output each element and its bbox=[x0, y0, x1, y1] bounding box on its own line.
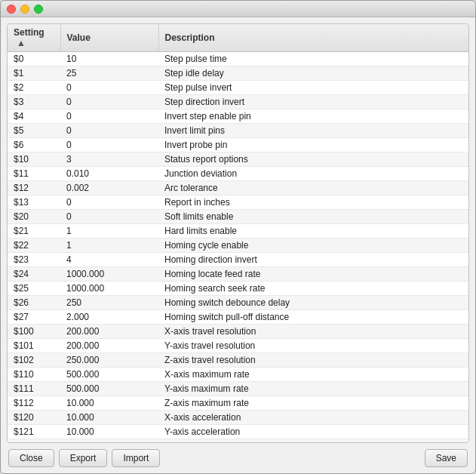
cell-setting: $2 bbox=[8, 81, 60, 95]
table-row[interactable]: $111500.000Y-axis maximum rate bbox=[8, 382, 468, 396]
cell-description: Soft limits enable bbox=[158, 210, 468, 224]
table-row[interactable]: $200Soft limits enable bbox=[8, 210, 468, 224]
cell-setting: $110 bbox=[8, 368, 60, 382]
cell-setting: $26 bbox=[8, 296, 60, 310]
cell-value: 1 bbox=[60, 224, 158, 239]
cell-setting: $11 bbox=[8, 167, 60, 181]
table-row[interactable]: $11210.000Z-axis maximum rate bbox=[8, 396, 468, 411]
cell-setting: $121 bbox=[8, 425, 60, 439]
cell-description: Junction deviation bbox=[158, 167, 468, 181]
table-row[interactable]: $120.002Arc tolerance bbox=[8, 181, 468, 195]
cell-description: Step idle delay bbox=[158, 66, 468, 81]
export-button[interactable]: Export bbox=[59, 449, 108, 467]
import-button[interactable]: Import bbox=[112, 449, 160, 467]
col-header-value[interactable]: Value bbox=[60, 24, 158, 52]
cell-setting: $23 bbox=[8, 253, 60, 267]
cell-description: Homing switch debounce delay bbox=[158, 296, 468, 310]
table-header-row: Setting ▲ Value Description bbox=[8, 24, 468, 52]
cell-value: 0 bbox=[60, 109, 158, 124]
cell-setting: $27 bbox=[8, 310, 60, 325]
table-row[interactable]: $12110.000Y-axis acceleration bbox=[8, 425, 468, 439]
cell-setting: $12 bbox=[8, 181, 60, 195]
cell-value: 4 bbox=[60, 253, 158, 267]
table-row[interactable]: $272.000Homing switch pull-off distance bbox=[8, 310, 468, 325]
close-button[interactable] bbox=[7, 5, 16, 14]
cell-setting: $25 bbox=[8, 282, 60, 296]
table-row[interactable]: $010Step pulse time bbox=[8, 52, 468, 66]
table-row[interactable]: $221Homing cycle enable bbox=[8, 239, 468, 253]
cell-value: 0 bbox=[60, 210, 158, 224]
maximize-button[interactable] bbox=[34, 5, 43, 14]
table-row[interactable]: $50Invert limit pins bbox=[8, 124, 468, 138]
save-button[interactable]: Save bbox=[425, 449, 468, 467]
table-row[interactable]: $211Hard limits enable bbox=[8, 224, 468, 239]
minimize-button[interactable] bbox=[20, 5, 29, 14]
cell-setting: $102 bbox=[8, 353, 60, 368]
cell-value: 0 bbox=[60, 195, 158, 210]
cell-setting: $101 bbox=[8, 339, 60, 353]
cell-description: Invert limit pins bbox=[158, 124, 468, 138]
cell-value: 2.000 bbox=[60, 310, 158, 325]
table-row[interactable]: $241000.000Homing locate feed rate bbox=[8, 267, 468, 282]
table-row[interactable]: $103Status report options bbox=[8, 152, 468, 167]
cell-description: Homing locate feed rate bbox=[158, 267, 468, 282]
cell-description: Y-axis travel resolution bbox=[158, 339, 468, 353]
cell-setting: $6 bbox=[8, 138, 60, 152]
cell-value: 10 bbox=[60, 52, 158, 66]
col-header-description[interactable]: Description bbox=[158, 24, 468, 52]
cell-setting: $20 bbox=[8, 210, 60, 224]
table-row[interactable]: $30Step direction invert bbox=[8, 95, 468, 109]
table-row[interactable]: $102250.000Z-axis travel resolution bbox=[8, 353, 468, 368]
cell-setting: $112 bbox=[8, 396, 60, 411]
cell-value: 1000.000 bbox=[60, 267, 158, 282]
cell-value: 200.000 bbox=[60, 325, 158, 339]
cell-value: 0.002 bbox=[60, 181, 158, 195]
cell-description: Homing direction invert bbox=[158, 253, 468, 267]
table-row[interactable]: $100200.000X-axis travel resolution bbox=[8, 325, 468, 339]
table-row[interactable]: $101200.000Y-axis travel resolution bbox=[8, 339, 468, 353]
table-row[interactable]: $125Step idle delay bbox=[8, 66, 468, 81]
cell-description: X-axis maximum rate bbox=[158, 368, 468, 382]
cell-description: Y-axis maximum rate bbox=[158, 382, 468, 396]
table-row[interactable]: $251000.000Homing search seek rate bbox=[8, 282, 468, 296]
cell-setting: $120 bbox=[8, 411, 60, 425]
cell-setting: $1 bbox=[8, 66, 60, 81]
table-body: $010Step pulse time$125Step idle delay$2… bbox=[8, 52, 468, 444]
col-header-setting[interactable]: Setting ▲ bbox=[8, 24, 60, 52]
table-row[interactable]: $12010.000X-axis acceleration bbox=[8, 411, 468, 425]
cell-description: Status report options bbox=[158, 152, 468, 167]
cell-description: Step pulse invert bbox=[158, 81, 468, 95]
cell-description: Hard limits enable bbox=[158, 224, 468, 239]
table-row[interactable]: $40Invert step enable pin bbox=[8, 109, 468, 124]
cell-setting: $100 bbox=[8, 325, 60, 339]
cell-setting: $5 bbox=[8, 124, 60, 138]
cell-setting: $111 bbox=[8, 382, 60, 396]
cell-setting: $22 bbox=[8, 239, 60, 253]
cell-setting: $10 bbox=[8, 152, 60, 167]
cell-value: 0.010 bbox=[60, 167, 158, 181]
cell-value: 10.000 bbox=[60, 396, 158, 411]
cell-value: 500.000 bbox=[60, 368, 158, 382]
cell-description: X-axis travel resolution bbox=[158, 325, 468, 339]
table-row[interactable]: $20Step pulse invert bbox=[8, 81, 468, 95]
settings-table-container: Setting ▲ Value Description $010Step pul… bbox=[7, 23, 469, 443]
close-button[interactable]: Close bbox=[8, 449, 54, 467]
footer-left-buttons: Close Export Import bbox=[8, 449, 420, 467]
cell-value: 200.000 bbox=[60, 339, 158, 353]
table-row[interactable]: $110500.000X-axis maximum rate bbox=[8, 368, 468, 382]
cell-value: 0 bbox=[60, 124, 158, 138]
cell-setting: $4 bbox=[8, 109, 60, 124]
cell-description: Invert step enable pin bbox=[158, 109, 468, 124]
sort-arrow-icon: ▲ bbox=[17, 38, 26, 48]
table-row[interactable]: $130Report in inches bbox=[8, 195, 468, 210]
cell-description: Z-axis maximum rate bbox=[158, 396, 468, 411]
footer: Close Export Import Save bbox=[1, 443, 475, 473]
cell-description: Homing search seek rate bbox=[158, 282, 468, 296]
table-row[interactable]: $234Homing direction invert bbox=[8, 253, 468, 267]
main-window: Setting ▲ Value Description $010Step pul… bbox=[0, 0, 476, 474]
table-row[interactable]: $60Invert probe pin bbox=[8, 138, 468, 152]
settings-table: Setting ▲ Value Description $010Step pul… bbox=[8, 24, 468, 443]
table-row[interactable]: $110.010Junction deviation bbox=[8, 167, 468, 181]
table-row[interactable]: $26250Homing switch debounce delay bbox=[8, 296, 468, 310]
cell-description: Step pulse time bbox=[158, 52, 468, 66]
